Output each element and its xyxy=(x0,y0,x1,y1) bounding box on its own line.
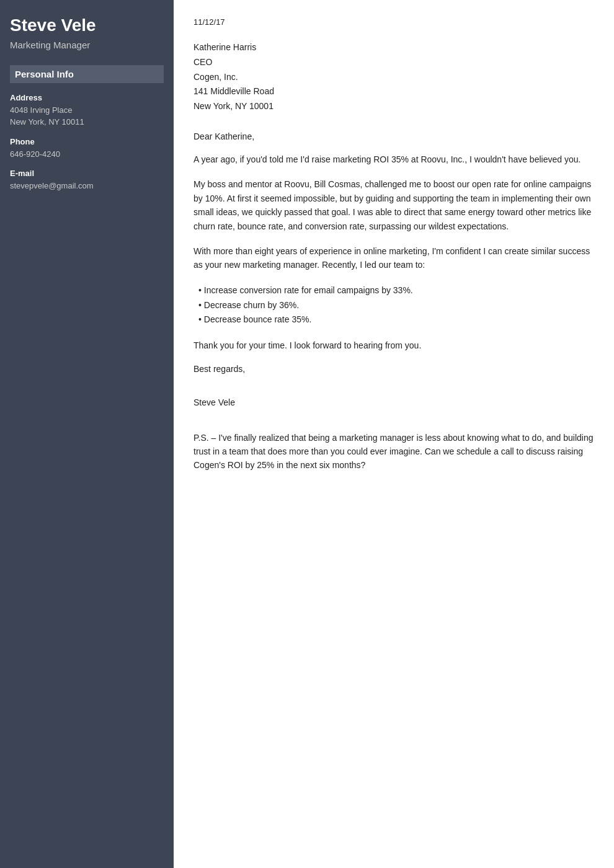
bullet-list: Increase conversion rate for email campa… xyxy=(194,283,594,327)
bullet-item-2: Decrease churn by 36%. xyxy=(198,298,594,313)
address-value: 4048 Irving Place New York, NY 10011 xyxy=(10,104,164,128)
address-line1: 4048 Irving Place xyxy=(10,105,72,115)
sidebar: Steve Vele Marketing Manager Personal In… xyxy=(0,0,174,868)
postscript: P.S. – I've finally realized that being … xyxy=(194,431,594,472)
phone-label: Phone xyxy=(10,137,164,146)
closing: Best regards, xyxy=(194,364,594,374)
paragraph-2: My boss and mentor at Roovu, Bill Cosmas… xyxy=(194,177,594,233)
bullet-item-1: Increase conversion rate for email campa… xyxy=(198,283,594,298)
bullet-item-3: Decrease bounce rate 35%. xyxy=(198,312,594,327)
paragraph-3: With more than eight years of experience… xyxy=(194,244,594,272)
recipient-block: Katherine Harris CEO Cogen, Inc. 141 Mid… xyxy=(194,40,594,114)
letter-date: 11/12/17 xyxy=(194,17,594,27)
paragraph-1: A year ago, if you'd told me I'd raise m… xyxy=(194,153,594,166)
address-label: Address xyxy=(10,93,164,102)
recipient-address1: 141 Middleville Road xyxy=(194,84,594,99)
letter-body: A year ago, if you'd told me I'd raise m… xyxy=(194,153,594,353)
main-content: 11/12/17 Katherine Harris CEO Cogen, Inc… xyxy=(174,0,614,868)
address-line2: New York, NY 10011 xyxy=(10,117,84,126)
salutation: Dear Katherine, xyxy=(194,131,594,141)
candidate-name: Steve Vele xyxy=(10,15,164,36)
recipient-title: CEO xyxy=(194,55,594,70)
paragraph-4: Thank you for your time. I look forward … xyxy=(194,339,594,352)
recipient-company: Cogen, Inc. xyxy=(194,70,594,85)
recipient-address2: New York, NY 10001 xyxy=(194,99,594,114)
personal-info-heading: Personal Info xyxy=(10,65,164,83)
phone-value: 646-920-4240 xyxy=(10,148,164,161)
recipient-name: Katherine Harris xyxy=(194,40,594,55)
sender-name: Steve Vele xyxy=(194,397,594,407)
email-value: stevepvele@gmail.com xyxy=(10,180,164,192)
candidate-job-title: Marketing Manager xyxy=(10,40,164,50)
email-label: E-mail xyxy=(10,169,164,178)
